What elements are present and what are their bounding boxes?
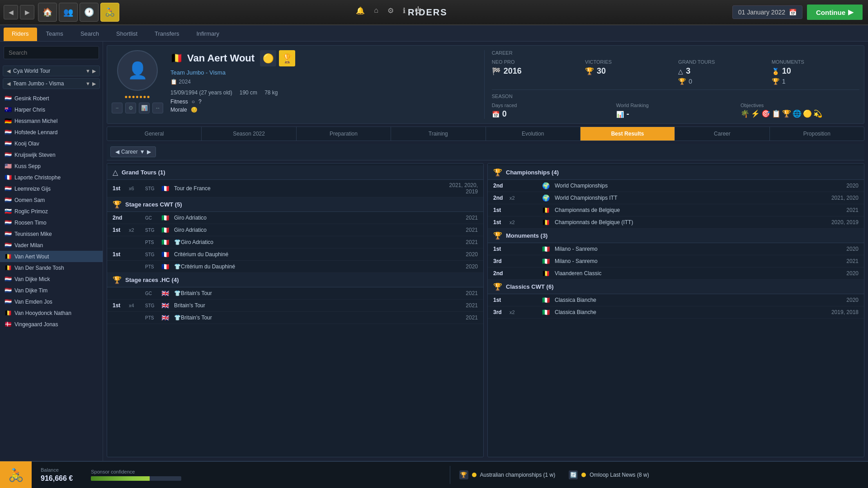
days-raced-icon: 📅 xyxy=(492,111,500,118)
section-title: Grand Tours (1) xyxy=(122,169,165,176)
rider-item-name: Leemreize Gijs xyxy=(14,186,51,192)
rider-item[interactable]: 🇳🇱Kruijswijk Steven xyxy=(0,149,103,160)
rider-item[interactable]: 🇳🇱Kooij Olav xyxy=(0,138,103,149)
bottom-bar: 🚴 Balance 916,666 € Sponsor confidence 🏆… xyxy=(0,461,868,488)
filter-team-label: Team Jumbo - Visma xyxy=(13,80,85,87)
tab-teams[interactable]: Teams xyxy=(38,28,71,41)
house-icon[interactable]: ⌂ xyxy=(374,6,378,15)
rider-item[interactable]: 🇩🇪Hessmann Michel xyxy=(0,115,103,127)
tab-infirmary[interactable]: Infirmary xyxy=(188,28,227,41)
result-name: Classica Bianche xyxy=(555,297,814,303)
tab-best-results[interactable]: Best Results xyxy=(580,127,675,141)
riders-icon[interactable]: 👥 xyxy=(59,3,78,22)
search-input[interactable] xyxy=(4,46,99,59)
rider-item[interactable]: 🇳🇱Hofstede Lennard xyxy=(0,127,103,138)
rider-flag-icon: 🇳🇱 xyxy=(5,230,12,237)
rider-item[interactable]: 🇫🇷Laporte Christophe xyxy=(0,172,103,183)
result-year: 2020 xyxy=(818,297,859,303)
result-row: 3rd 🇮🇹 Milano - Sanremo 2021 xyxy=(488,255,864,267)
gear-icon[interactable]: ⚙ xyxy=(387,6,394,15)
back-button[interactable]: ◀ xyxy=(4,5,18,19)
rider-item[interactable]: 🇧🇪Van Hooydonck Nathan xyxy=(0,307,103,319)
rider-item[interactable]: 🇦🇺Harper Chris xyxy=(0,104,103,115)
main-layout: ◀ Cya World Tour ▼ ▶ ◀ Team Jumbo - Vism… xyxy=(0,42,868,461)
rider-item[interactable]: 🇩🇰Vingegaard Jonas xyxy=(0,319,103,330)
rider-info-main: 🇧🇪 Van Aert Wout 🟡 🏆 Team Jumbo - Visma … xyxy=(170,50,477,119)
rider-item[interactable]: 🇳🇱Gesink Robert xyxy=(0,93,103,104)
rider-flag-icon: 🇳🇱 xyxy=(5,151,12,158)
tab-shortlist[interactable]: Shortlist xyxy=(108,28,146,41)
clock-icon[interactable]: 🕐 xyxy=(80,3,99,22)
rider-item[interactable]: 🇳🇱Van Dijke Mick xyxy=(0,273,103,285)
cycling-icon[interactable]: 🚴 xyxy=(100,3,119,22)
obj-7: 🟡 xyxy=(803,109,812,118)
filter-left-arrow[interactable]: ◀ xyxy=(7,68,10,74)
minus-action[interactable]: − xyxy=(112,103,123,113)
chart-action[interactable]: 📊 xyxy=(139,103,150,113)
tab-search[interactable]: Search xyxy=(72,28,107,41)
section-title: Classics CWT (6) xyxy=(506,283,553,290)
result-flag: 🇧🇪 xyxy=(542,270,551,277)
forward-button[interactable]: ▶ xyxy=(20,5,34,19)
tab-training[interactable]: Training xyxy=(391,127,486,141)
continue-button[interactable]: Continue xyxy=(807,5,863,20)
bell-icon[interactable]: 🔔 xyxy=(356,6,365,15)
rider-item[interactable]: 🇳🇱Vader Milan xyxy=(0,239,103,251)
filter-world-tour[interactable]: ◀ Cya World Tour ▼ ▶ xyxy=(3,66,100,76)
tab-preparation[interactable]: Preparation xyxy=(297,127,391,141)
result-flag: 🇮🇹 xyxy=(542,309,551,316)
calendar-icon[interactable]: 📅 xyxy=(789,9,797,16)
result-year: 2021 xyxy=(818,207,859,213)
tab-season-2022[interactable]: Season 2022 xyxy=(202,127,296,141)
result-row: 2nd GC 🇮🇹 Giro Adriatico 2021 xyxy=(107,212,483,224)
rider-item[interactable]: 🇸🇮Roglic Primoz xyxy=(0,206,103,217)
rider-item[interactable]: 🇳🇱Roosen Timo xyxy=(0,217,103,228)
filter-career-btn[interactable]: ◀ Career ▼ ▶ xyxy=(110,146,156,157)
filter-team[interactable]: ◀ Team Jumbo - Visma ▼ ▶ xyxy=(3,78,100,89)
power-icon[interactable]: ⏻ xyxy=(415,6,422,15)
result-position: 2nd xyxy=(493,183,506,189)
section-icon: 🏆 xyxy=(113,200,122,209)
settings-action[interactable]: ⚙ xyxy=(125,103,136,113)
rider-item[interactable]: 🇳🇱Leemreize Gijs xyxy=(0,183,103,194)
result-name: Critérium du Dauphiné xyxy=(174,251,434,258)
tab-riders[interactable]: Riders xyxy=(4,28,37,41)
result-flag: 🇮🇹 xyxy=(542,296,551,304)
tab-career[interactable]: Career xyxy=(675,127,769,141)
obj-3: 🎯 xyxy=(761,109,770,118)
filter-team-left-arrow[interactable]: ◀ xyxy=(7,81,10,87)
result-flag: 🇮🇹 xyxy=(542,258,551,265)
info-icon[interactable]: ℹ xyxy=(403,6,406,15)
rider-item[interactable]: 🇳🇱Teunissen Mike xyxy=(0,228,103,239)
home-icon[interactable]: 🏠 xyxy=(38,3,57,22)
rider-flag-icon: 🇧🇪 xyxy=(5,253,12,260)
tab-evolution[interactable]: Evolution xyxy=(486,127,580,141)
rider-item-name: Roosen Timo xyxy=(14,220,47,226)
rider-item[interactable]: 🇧🇪Van Der Sande Tosh xyxy=(0,262,103,273)
filter-right-arrow[interactable]: ▼ xyxy=(85,68,90,74)
rider-flag-icon: 🇳🇱 xyxy=(5,140,12,147)
filter-next-icon[interactable]: ▶ xyxy=(147,149,151,155)
obj-5: 🏆 xyxy=(782,109,791,118)
filter-prev-icon[interactable]: ◀ xyxy=(115,149,119,155)
tab-transfers[interactable]: Transfers xyxy=(146,28,187,41)
news-icon: 🔄 xyxy=(569,470,578,479)
tab-general[interactable]: General xyxy=(107,127,202,141)
rider-item[interactable]: 🇺🇸Kuss Sepp xyxy=(0,160,103,172)
result-year: 2021 xyxy=(437,314,478,321)
filter-down-icon[interactable]: ▼ xyxy=(140,149,145,155)
compare-action[interactable]: ↔ xyxy=(152,103,163,113)
sidebar-filters: ◀ Cya World Tour ▼ ▶ ◀ Team Jumbo - Vism… xyxy=(0,64,103,91)
result-flag: 🇮🇹 xyxy=(161,226,170,234)
rider-item[interactable]: 🇳🇱Van Dijke Tim xyxy=(0,285,103,296)
rider-item[interactable]: 🇳🇱Van Emden Jos xyxy=(0,296,103,307)
rider-fitness-section: Fitness ○ ? Morale 😊 xyxy=(170,99,477,113)
filter-team-right-arrow[interactable]: ▼ xyxy=(85,81,90,86)
result-row: 2nd 🇧🇪 Vlaanderen Classic 2020 xyxy=(488,267,864,280)
filter-team-expand-icon[interactable]: ▶ xyxy=(92,81,96,87)
rider-item[interactable]: 🇳🇱Oomen Sam xyxy=(0,194,103,206)
tab-proposition[interactable]: Proposition xyxy=(770,127,864,141)
rider-item[interactable]: 🇧🇪Van Aert Wout xyxy=(0,251,103,262)
news-text: Australian championships (1 w) xyxy=(480,472,556,478)
filter-expand-icon[interactable]: ▶ xyxy=(92,68,96,74)
